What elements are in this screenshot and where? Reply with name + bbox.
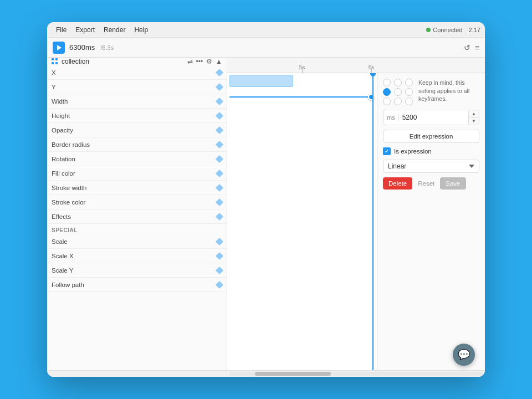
- menubar: File Export Render Help Connected 2.17: [47, 22, 485, 38]
- right-panel: Keep in mind, this setting applies to al…: [377, 73, 485, 370]
- more-icon[interactable]: •••: [196, 58, 203, 65]
- easing-dot-8[interactable]: [394, 98, 402, 105]
- easing-row-3: [383, 98, 413, 105]
- edit-expression-button[interactable]: Edit expression: [383, 130, 479, 143]
- easing-dot-9[interactable]: [405, 98, 413, 105]
- menu-render[interactable]: Render: [99, 25, 130, 35]
- delete-button[interactable]: Delete: [383, 177, 412, 190]
- easing-dot-7[interactable]: [383, 98, 391, 105]
- props-scroll-left: [47, 371, 227, 377]
- prop-row-fill-color[interactable]: Fill color: [47, 166, 227, 181]
- is-expression-row: Is expression: [383, 147, 479, 155]
- prop-row-opacity[interactable]: Opacity: [47, 123, 227, 137]
- keyframe-diamond-border-radius[interactable]: [216, 140, 223, 148]
- prop-name-opacity: Opacity: [52, 127, 217, 134]
- keyframe-diamond-scale[interactable]: [216, 237, 223, 245]
- easing-grid: [383, 79, 413, 105]
- menu-help[interactable]: Help: [130, 25, 152, 35]
- prop-row-border-radius[interactable]: Border radius: [47, 137, 227, 152]
- easing-dot-4[interactable]: [383, 88, 391, 96]
- settings-icon[interactable]: ⚙: [206, 58, 212, 65]
- prop-row-follow-path[interactable]: Follow path: [47, 278, 227, 292]
- properties-list: X Y Width Height Opacity: [47, 65, 227, 370]
- time-display: 6300ms: [69, 43, 95, 52]
- ms-value[interactable]: 5200: [399, 114, 468, 121]
- collection-icon: [52, 58, 58, 65]
- timeline-track-area: [227, 73, 377, 370]
- prop-row-stroke-width[interactable]: Stroke width: [47, 181, 227, 195]
- prop-name-stroke-width: Stroke width: [52, 185, 217, 191]
- bottom-scrollbar[interactable]: [47, 370, 485, 377]
- prop-name-scale-x: Scale X: [52, 253, 217, 259]
- keyframe-diamond-x[interactable]: [216, 68, 223, 76]
- prop-row-scale-y[interactable]: Scale Y: [47, 263, 227, 278]
- keyframe-diamond-scale-x[interactable]: [216, 252, 223, 259]
- menu-icon[interactable]: ≡: [475, 43, 479, 52]
- special-section-label: SPECIAL: [47, 224, 227, 234]
- prop-row-scale[interactable]: Scale: [47, 234, 227, 249]
- collapse-icon[interactable]: ▲: [216, 58, 222, 65]
- prop-row-rotation[interactable]: Rotation: [47, 152, 227, 166]
- keyframe-diamond-scale-y[interactable]: [216, 266, 223, 274]
- ms-input-wrapper: ms 5200 ▲ ▼: [383, 110, 479, 125]
- time-sub: /6.3s: [100, 44, 114, 51]
- save-button[interactable]: Save: [440, 177, 466, 190]
- easing-dot-1[interactable]: [383, 79, 391, 86]
- reset-icon[interactable]: ↺: [464, 43, 470, 52]
- menu-export[interactable]: Export: [71, 25, 99, 35]
- ms-decrement[interactable]: ▼: [469, 117, 479, 125]
- slider-handle[interactable]: [368, 94, 375, 100]
- easing-dot-3[interactable]: [405, 79, 413, 86]
- timeline-scroll-track[interactable]: [229, 372, 483, 376]
- easing-dot-2[interactable]: [394, 79, 402, 86]
- collection-header: collection ⇌ ••• ⚙ ▲: [47, 58, 227, 65]
- reset-button[interactable]: Reset: [416, 177, 437, 190]
- connection-status: Connected 2.17: [426, 27, 480, 33]
- playhead[interactable]: [372, 73, 374, 370]
- keyframe-diamond-width[interactable]: [216, 97, 223, 105]
- prop-name-stroke-color: Stroke color: [52, 199, 217, 206]
- keyframe-diamond-height[interactable]: [216, 111, 223, 119]
- keyframe-diamond-effects[interactable]: [216, 212, 223, 220]
- action-buttons: Delete Reset Save: [383, 177, 479, 190]
- prop-row-x[interactable]: X: [47, 65, 227, 80]
- main-content: collection ⇌ ••• ⚙ ▲ X Y: [47, 58, 485, 370]
- prop-row-stroke-color[interactable]: Stroke color: [47, 195, 227, 209]
- prop-name-scale: Scale: [52, 238, 217, 245]
- prop-row-effects[interactable]: Effects: [47, 209, 227, 224]
- chat-icon: 💬: [458, 349, 470, 361]
- easing-dot-5[interactable]: [394, 88, 402, 96]
- prop-name-effects: Effects: [52, 213, 217, 220]
- slider-line[interactable]: [229, 96, 375, 98]
- play-button[interactable]: [53, 42, 65, 54]
- is-expression-checkbox[interactable]: [383, 147, 391, 155]
- keyframe-diamond-opacity[interactable]: [216, 126, 223, 134]
- easing-dot-6[interactable]: [405, 88, 413, 96]
- left-panel: collection ⇌ ••• ⚙ ▲ X Y: [47, 58, 227, 370]
- easing-select[interactable]: Linear Ease In Ease Out Ease In Out Cubi…: [383, 160, 479, 173]
- keyframe-diamond-fill-color[interactable]: [216, 169, 223, 177]
- keyframe-diamond-follow-path[interactable]: [216, 280, 223, 288]
- menu-file[interactable]: File: [52, 25, 71, 35]
- keyframe-diamond-stroke-color[interactable]: [216, 198, 223, 206]
- keyframe-diamond-stroke-width[interactable]: [216, 183, 223, 191]
- header-icons: ⇌ ••• ⚙ ▲: [187, 58, 223, 65]
- prop-row-scale-x[interactable]: Scale X: [47, 249, 227, 263]
- version-label: 2.17: [469, 27, 480, 33]
- prop-row-height[interactable]: Height: [47, 109, 227, 123]
- easing-row-1: [383, 79, 413, 86]
- timeline-area: [227, 73, 377, 370]
- filter-icon[interactable]: ⇌: [187, 58, 193, 65]
- scrollbar-row: [47, 371, 485, 377]
- scroll-thumb[interactable]: [255, 372, 331, 376]
- keyframe-block[interactable]: [229, 75, 293, 87]
- ms-increment[interactable]: ▲: [469, 110, 479, 117]
- ms-arrows: ▲ ▼: [468, 110, 479, 125]
- keyframe-diamond-y[interactable]: [216, 83, 223, 90]
- chat-fab-button[interactable]: 💬: [453, 344, 475, 366]
- collection-label: collection: [62, 58, 184, 65]
- prop-row-width[interactable]: Width: [47, 94, 227, 109]
- connected-indicator: [426, 28, 431, 32]
- prop-row-y[interactable]: Y: [47, 80, 227, 94]
- keyframe-diamond-rotation[interactable]: [216, 155, 223, 162]
